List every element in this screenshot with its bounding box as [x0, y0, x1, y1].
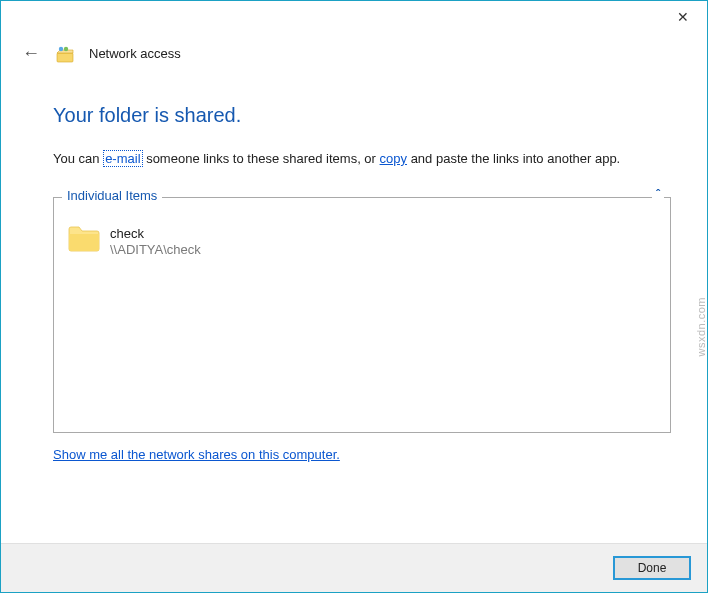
done-button[interactable]: Done	[613, 556, 691, 580]
page-heading: Your folder is shared.	[53, 104, 671, 127]
shared-item-row[interactable]: check \\ADITYA\check	[66, 218, 658, 260]
description-text: You can e-mail someone links to these sh…	[53, 149, 671, 169]
titlebar: ✕	[1, 1, 707, 33]
close-icon[interactable]: ✕	[677, 9, 689, 25]
svg-point-1	[59, 46, 63, 50]
item-text: check \\ADITYA\check	[110, 224, 201, 260]
network-access-icon	[55, 44, 75, 64]
item-path: \\ADITYA\check	[110, 242, 201, 259]
header-row: ← Network access	[1, 33, 707, 68]
email-link[interactable]: e-mail	[103, 150, 142, 167]
content-area: Your folder is shared. You can e-mail so…	[1, 68, 707, 543]
item-name: check	[110, 226, 201, 243]
svg-rect-0	[57, 53, 73, 62]
footer-bar: Done	[1, 543, 707, 592]
show-all-shares-link[interactable]: Show me all the network shares on this c…	[53, 447, 671, 462]
desc-post: and paste the links into another app.	[407, 151, 620, 166]
desc-mid: someone links to these shared items, or	[143, 151, 380, 166]
folder-icon	[68, 224, 100, 252]
collapse-caret-icon[interactable]: ˆ	[652, 188, 664, 202]
individual-items-group: Individual Items ˆ check \\ADITYA\check	[53, 197, 671, 433]
desc-pre: You can	[53, 151, 103, 166]
group-legend: Individual Items	[62, 188, 162, 203]
header-title: Network access	[89, 46, 181, 61]
back-arrow-icon[interactable]: ←	[21, 43, 41, 64]
copy-link[interactable]: copy	[380, 151, 407, 166]
svg-point-2	[64, 46, 68, 50]
